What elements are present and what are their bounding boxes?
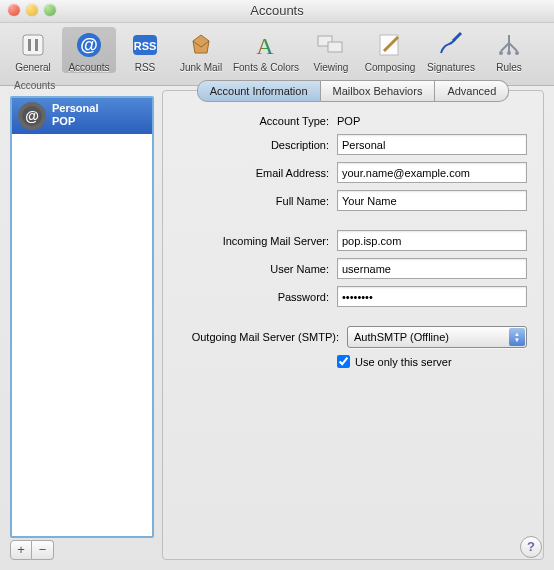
close-button[interactable] <box>8 4 20 16</box>
zoom-button[interactable] <box>44 4 56 16</box>
description-label: Description: <box>179 139 329 151</box>
svg-rect-0 <box>23 35 43 55</box>
toolbar-label: Signatures <box>427 62 475 73</box>
titlebar: Accounts <box>0 0 554 23</box>
svg-text:@: @ <box>80 35 98 55</box>
description-field[interactable] <box>337 134 527 155</box>
toolbar-label: RSS <box>135 62 156 73</box>
toolbar-item-viewing[interactable]: Viewing <box>304 27 358 73</box>
rss-icon: RSS <box>129 29 161 61</box>
toolbar-item-general[interactable]: General <box>6 27 60 73</box>
outgoing-server-popup[interactable]: AuthSMTP (Offline) ▲▼ <box>347 326 527 348</box>
svg-rect-9 <box>328 42 342 52</box>
toolbar-item-accounts[interactable]: @ Accounts <box>62 27 116 73</box>
minimize-button[interactable] <box>26 4 38 16</box>
at-icon: @ <box>18 102 46 130</box>
incoming-label: Incoming Mail Server: <box>179 235 329 247</box>
add-account-button[interactable]: + <box>10 540 32 560</box>
account-type-value: POP <box>337 115 360 127</box>
signatures-icon <box>435 29 467 61</box>
svg-text:RSS: RSS <box>134 40 157 52</box>
svg-point-13 <box>515 51 519 55</box>
account-list-item[interactable]: @ Personal POP <box>12 98 152 134</box>
incoming-server-field[interactable] <box>337 230 527 251</box>
junk-icon <box>185 29 217 61</box>
toolbar-label: Accounts <box>68 62 109 73</box>
account-name: Personal <box>52 102 98 115</box>
tab-mailbox-behaviors[interactable]: Mailbox Behaviors <box>321 80 436 102</box>
help-button[interactable]: ? <box>520 536 542 558</box>
svg-text:@: @ <box>25 108 39 124</box>
accounts-window: Accounts General @ Accounts RSS RSS Junk… <box>0 0 554 570</box>
accounts-list[interactable]: @ Personal POP <box>10 96 154 538</box>
toolbar-item-junk[interactable]: Junk Mail <box>174 27 228 73</box>
use-only-label: Use only this server <box>355 356 452 368</box>
composing-icon <box>374 29 406 61</box>
toolbar-item-composing[interactable]: Composing <box>360 27 420 73</box>
email-field[interactable] <box>337 162 527 183</box>
password-field[interactable] <box>337 286 527 307</box>
toolbar-label: Fonts & Colors <box>233 62 299 73</box>
toolbar-label: General <box>15 62 51 73</box>
toolbar-item-rules[interactable]: Rules <box>482 27 536 73</box>
account-list-text: Personal POP <box>52 102 98 128</box>
viewing-icon <box>315 29 347 61</box>
outgoing-server-value: AuthSMTP (Offline) <box>354 331 449 343</box>
toolbar-item-signatures[interactable]: Signatures <box>422 27 480 73</box>
svg-text:A: A <box>256 33 274 59</box>
fonts-icon: A <box>250 29 282 61</box>
fullname-field[interactable] <box>337 190 527 211</box>
popup-arrows-icon: ▲▼ <box>509 328 525 346</box>
email-label: Email Address: <box>179 167 329 179</box>
svg-point-12 <box>507 51 511 55</box>
outgoing-label: Outgoing Mail Server (SMTP): <box>179 331 339 343</box>
at-icon: @ <box>73 29 105 61</box>
fullname-label: Full Name: <box>179 195 329 207</box>
tab-account-information[interactable]: Account Information <box>197 80 321 102</box>
sidebar-heading: Accounts <box>10 80 154 96</box>
remove-account-button[interactable]: − <box>32 540 54 560</box>
rules-icon <box>493 29 525 61</box>
svg-rect-2 <box>35 39 38 51</box>
account-type-label: Account Type: <box>179 115 329 127</box>
window-title: Accounts <box>250 3 303 18</box>
toolbar-label: Rules <box>496 62 522 73</box>
svg-point-11 <box>499 51 503 55</box>
account-subtype: POP <box>52 115 98 128</box>
password-label: Password: <box>179 291 329 303</box>
toolbar-item-fonts[interactable]: A Fonts & Colors <box>230 27 302 73</box>
svg-rect-1 <box>28 39 31 51</box>
username-label: User Name: <box>179 263 329 275</box>
account-info-pane: Account Type: POP Description: Email Add… <box>162 90 544 560</box>
tab-advanced[interactable]: Advanced <box>435 80 509 102</box>
use-only-this-server-checkbox[interactable] <box>337 355 350 368</box>
switch-icon <box>17 29 49 61</box>
toolbar-item-rss[interactable]: RSS RSS <box>118 27 172 73</box>
toolbar-label: Composing <box>365 62 416 73</box>
preferences-toolbar: General @ Accounts RSS RSS Junk Mail A F… <box>0 23 554 86</box>
account-tabs: Account Information Mailbox Behaviors Ad… <box>162 80 544 100</box>
username-field[interactable] <box>337 258 527 279</box>
toolbar-label: Viewing <box>314 62 349 73</box>
toolbar-label: Junk Mail <box>180 62 222 73</box>
